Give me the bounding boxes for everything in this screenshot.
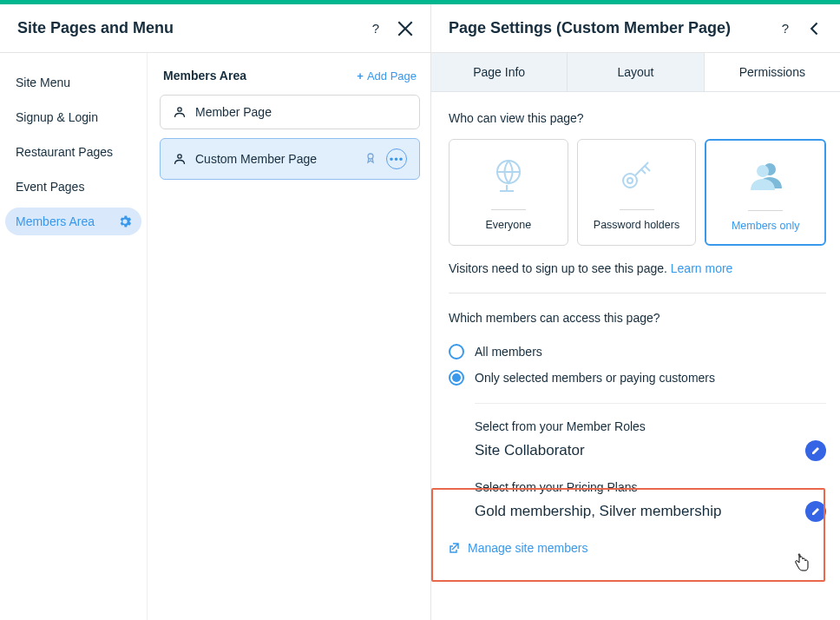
left-panel-header: Site Pages and Menu ? [0, 4, 430, 53]
view-card-label: Members only [732, 220, 800, 232]
sidebar-item-members-area[interactable]: Members Area [5, 208, 141, 235]
sidebar-item-label: Members Area [16, 214, 95, 228]
tabs: Page Info Layout Permissions [431, 53, 840, 92]
sidebar-item-label: Site Menu [16, 76, 70, 89]
more-options-button[interactable]: ••• [386, 148, 407, 169]
page-settings-panel: Page Settings (Custom Member Page) ? Pag… [431, 4, 840, 620]
person-icon [173, 152, 187, 166]
sidebar-item-label: Event Pages [16, 180, 84, 194]
tab-label: Layout [617, 65, 653, 79]
manage-link-label: Manage site members [468, 541, 588, 555]
view-card-password-holders[interactable]: Password holders [577, 139, 697, 246]
add-page-label: Add Page [367, 69, 417, 82]
badge-icon [365, 151, 379, 168]
help-icon[interactable]: ? [368, 21, 384, 36]
svg-point-0 [178, 108, 181, 111]
member-roles-label: Select from your Member Roles [475, 419, 826, 433]
who-can-view-label: Who can view this page? [449, 111, 826, 125]
page-list-title: Members Area [163, 69, 246, 82]
person-icon [173, 105, 187, 119]
tab-label: Page Info [473, 65, 525, 79]
tab-label: Permissions [739, 65, 805, 79]
close-icon[interactable] [397, 21, 413, 36]
radio-label: Only selected members or paying customer… [475, 371, 715, 385]
page-item-label: Custom Member Page [195, 152, 317, 166]
sidebar: Site Menu Signup & Login Restaurant Page… [0, 53, 148, 620]
view-card-everyone[interactable]: Everyone [449, 139, 568, 246]
tab-layout[interactable]: Layout [568, 53, 704, 91]
add-page-button[interactable]: + Add Page [357, 69, 417, 82]
page-item-member-page[interactable]: Member Page [160, 95, 420, 129]
svg-line-9 [635, 162, 648, 175]
sidebar-item-event-pages[interactable]: Event Pages [5, 173, 141, 201]
page-item-custom-member-page[interactable]: Custom Member Page ••• [160, 138, 420, 180]
members-icon [744, 156, 787, 198]
view-card-label: Everyone [485, 219, 531, 231]
help-icon[interactable]: ? [778, 21, 793, 36]
svg-line-10 [645, 166, 650, 171]
view-card-label: Password holders [594, 219, 679, 231]
which-members-label: Which members can access this page? [449, 311, 826, 325]
sidebar-item-signup-login[interactable]: Signup & Login [5, 103, 141, 131]
edit-pricing-plans-button[interactable] [805, 501, 826, 522]
globe-icon [487, 155, 530, 197]
page-item-label: Member Page [195, 105, 272, 119]
sidebar-item-restaurant-pages[interactable]: Restaurant Pages [5, 138, 141, 166]
gear-icon [119, 215, 131, 228]
radio-all-members[interactable]: All members [449, 339, 826, 365]
dots-icon: ••• [390, 153, 404, 166]
sidebar-item-site-menu[interactable]: Site Menu [5, 69, 141, 96]
view-card-members-only[interactable]: Members only [705, 139, 826, 246]
page-list: Members Area + Add Page Member Page [148, 53, 430, 620]
pricing-plans-label: Select from your Pricing Plans [475, 480, 826, 494]
plus-icon: + [357, 69, 364, 82]
manage-site-members-link[interactable]: Manage site members [449, 541, 826, 555]
tab-permissions[interactable]: Permissions [705, 53, 840, 91]
key-icon [615, 155, 659, 197]
radio-selected-members[interactable]: Only selected members or paying customer… [449, 365, 826, 391]
edit-member-roles-button[interactable] [805, 440, 826, 461]
back-icon[interactable] [807, 21, 823, 36]
learn-more-link[interactable]: Learn more [671, 261, 733, 275]
member-roles-value: Site Collaborator [475, 442, 585, 459]
svg-point-13 [757, 165, 769, 177]
sidebar-item-label: Signup & Login [16, 110, 98, 124]
tab-page-info[interactable]: Page Info [431, 53, 568, 91]
svg-point-8 [627, 178, 633, 183]
right-panel-title: Page Settings (Custom Member Page) [449, 19, 731, 37]
sidebar-item-label: Restaurant Pages [16, 145, 113, 159]
radio-icon [449, 370, 464, 386]
right-panel-header: Page Settings (Custom Member Page) ? [431, 4, 840, 53]
svg-point-7 [623, 174, 637, 188]
left-panel-title: Site Pages and Menu [17, 19, 174, 37]
svg-line-11 [641, 169, 646, 174]
radio-label: All members [475, 345, 542, 359]
site-pages-panel: Site Pages and Menu ? Site Menu Signup &… [0, 4, 431, 620]
svg-point-1 [178, 155, 181, 158]
signup-hint: Visitors need to sign up to see this pag… [449, 261, 826, 275]
pricing-plans-value: Gold membership, Silver membership [475, 503, 721, 520]
radio-icon [449, 344, 464, 359]
